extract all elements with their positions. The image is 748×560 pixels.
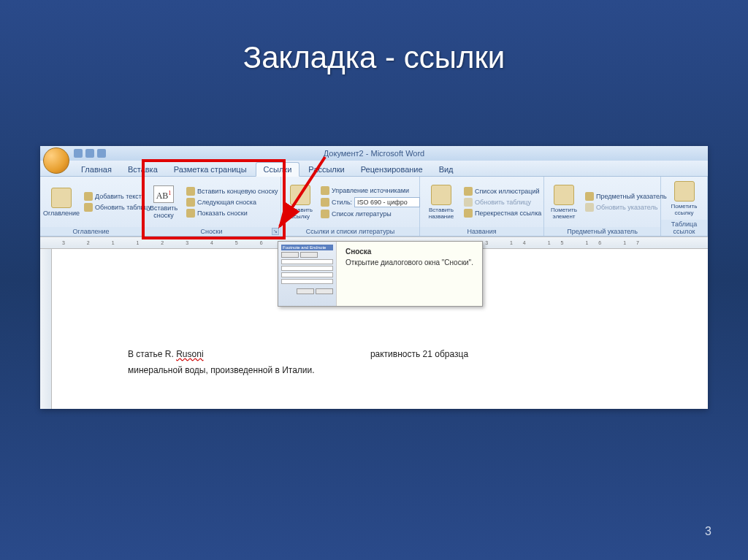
- quick-access-toolbar: [74, 149, 106, 158]
- mark-entry-label: Пометить элемент: [551, 207, 577, 220]
- group-toa: Пометить ссылку Таблица ссылок: [661, 177, 708, 236]
- insert-index-button[interactable]: Предметный указатель: [583, 191, 669, 202]
- slide-title: Закладка - ссылки: [0, 0, 748, 75]
- cross-ref-icon: [464, 209, 473, 218]
- vertical-ruler[interactable]: [40, 249, 52, 409]
- update-figures-icon: [464, 198, 473, 207]
- figures-label: Список иллюстраций: [475, 188, 540, 195]
- add-text-label: Добавить текст: [95, 193, 142, 200]
- group-toc: Оглавление Добавить текст Обновить табли…: [40, 177, 142, 236]
- update-index-label: Обновить указатель: [596, 204, 657, 211]
- style-label: Стиль:: [332, 199, 352, 206]
- office-button[interactable]: [43, 147, 69, 174]
- app-title: Документ2 - Microsoft Word: [324, 149, 424, 158]
- mark-entry-button[interactable]: Пометить элемент: [548, 179, 580, 225]
- redo-icon[interactable]: [97, 149, 106, 158]
- undo-icon[interactable]: [85, 149, 94, 158]
- index-icon: [585, 192, 594, 201]
- citation-style-row: Стиль:: [318, 196, 422, 208]
- update-index-button[interactable]: Обновить указатель: [583, 202, 669, 212]
- tab-layout[interactable]: Разметка страницы: [167, 163, 254, 176]
- screentip-title: Сноска: [346, 248, 473, 256]
- screentip-preview: Footnote and Endnote: [278, 242, 337, 306]
- cross-ref-label: Перекрестная ссылка: [475, 210, 541, 217]
- table-figures-button[interactable]: Список иллюстраций: [462, 186, 543, 196]
- group-captions: Вставить название Список иллюстраций Обн…: [420, 177, 544, 236]
- slide-number: 3: [705, 525, 711, 538]
- tab-home[interactable]: Главная: [74, 163, 119, 176]
- index-group-label: Предметный указатель: [544, 227, 660, 236]
- update-figures-label: Обновить таблицу: [475, 199, 531, 206]
- figures-icon: [464, 187, 473, 196]
- show-notes-label: Показать сноски: [197, 210, 248, 217]
- save-icon[interactable]: [74, 149, 83, 158]
- group-footnotes: AB1 Вставить сноску Вставить концевую сн…: [142, 177, 281, 236]
- ribbon-tabs: Главная Вставка Разметка страницы Ссылки…: [40, 161, 708, 177]
- insert-footnote-label: Вставить сноску: [149, 204, 178, 219]
- next-footnote-label: Следующая сноска: [197, 199, 256, 206]
- footnote-icon: AB1: [153, 185, 174, 203]
- toc-label: Оглавление: [43, 210, 80, 217]
- style-icon: [321, 198, 329, 207]
- mark-entry-icon: [554, 185, 574, 205]
- screentip-text: Сноска Открытие диалогового окна "Сноски…: [337, 242, 482, 306]
- update-index-icon: [585, 203, 594, 212]
- update-figures-button[interactable]: Обновить таблицу: [462, 197, 543, 207]
- ribbon: Оглавление Добавить текст Обновить табли…: [40, 177, 708, 237]
- bibliography-button[interactable]: Список литературы: [318, 209, 422, 219]
- mark-citation-icon: [674, 181, 695, 202]
- toc-group-label: Оглавление: [40, 227, 142, 236]
- doc-line-2: минеральной воды, произведенной в Италии…: [128, 363, 625, 379]
- tab-insert[interactable]: Вставка: [121, 163, 165, 176]
- endnote-label: Вставить концевую сноску: [197, 188, 278, 195]
- biblio-icon: [321, 210, 329, 218]
- show-notes-icon: [186, 209, 195, 218]
- manage-sources-icon: [321, 186, 329, 195]
- titlebar: Документ2 - Microsoft Word: [40, 146, 708, 161]
- mark-citation-button[interactable]: Пометить ссылку: [665, 179, 703, 218]
- tab-review[interactable]: Рецензирование: [354, 163, 430, 176]
- screentip-body: Открытие диалогового окна "Сноски".: [346, 258, 473, 266]
- tab-view[interactable]: Вид: [432, 163, 461, 176]
- style-dropdown[interactable]: [354, 197, 420, 207]
- group-citations: Вставить ссылку Управление источниками С…: [281, 177, 420, 236]
- update-toc-icon: [84, 203, 93, 212]
- insert-citation-button[interactable]: Вставить ссылку: [285, 179, 316, 225]
- footnotes-group-label: Сноски ↘: [142, 227, 280, 236]
- cross-ref-button[interactable]: Перекрестная ссылка: [462, 208, 543, 218]
- insert-citation-label: Вставить ссылку: [288, 207, 313, 220]
- mark-citation-label: Пометить ссылку: [668, 203, 701, 216]
- toc-button[interactable]: Оглавление: [44, 179, 79, 225]
- tab-mailings[interactable]: Рассылки: [301, 163, 351, 176]
- caption-icon: [431, 185, 451, 205]
- next-footnote-button[interactable]: Следующая сноска: [184, 197, 280, 207]
- manage-sources-label: Управление источниками: [332, 187, 409, 194]
- insert-index-label: Предметный указатель: [596, 193, 667, 200]
- screentip-popup: Footnote and Endnote Сноска Открытие диа…: [278, 241, 483, 307]
- manage-sources-button[interactable]: Управление источниками: [318, 185, 422, 196]
- tab-references[interactable]: Ссылки: [256, 162, 300, 177]
- endnote-icon: [186, 187, 195, 196]
- insert-caption-button[interactable]: Вставить название: [424, 179, 459, 225]
- biblio-label: Список литературы: [332, 210, 392, 218]
- add-text-icon: [84, 192, 93, 201]
- citations-group-label: Ссылки и списки литературы: [281, 227, 419, 236]
- toc-icon: [51, 188, 72, 208]
- insert-caption-label: Вставить название: [427, 207, 456, 220]
- group-index: Пометить элемент Предметный указатель Об…: [544, 177, 661, 236]
- show-notes-button[interactable]: Показать сноски: [184, 208, 280, 218]
- insert-endnote-button[interactable]: Вставить концевую сноску: [184, 186, 280, 196]
- insert-footnote-button[interactable]: AB1 Вставить сноску: [146, 179, 181, 225]
- citation-icon: [290, 185, 310, 205]
- footnotes-dialog-launcher[interactable]: ↘: [272, 228, 279, 235]
- word-screenshot: Документ2 - Microsoft Word Главная Встав…: [40, 146, 708, 409]
- doc-line-1: В статье R. Rusoni, опубликованной в 198…: [128, 347, 625, 363]
- dlg-preview-title: Footnote and Endnote: [281, 245, 333, 250]
- captions-group-label: Названия: [420, 227, 543, 236]
- toa-group-label: Таблица ссылок: [661, 220, 707, 236]
- next-footnote-icon: [186, 198, 195, 207]
